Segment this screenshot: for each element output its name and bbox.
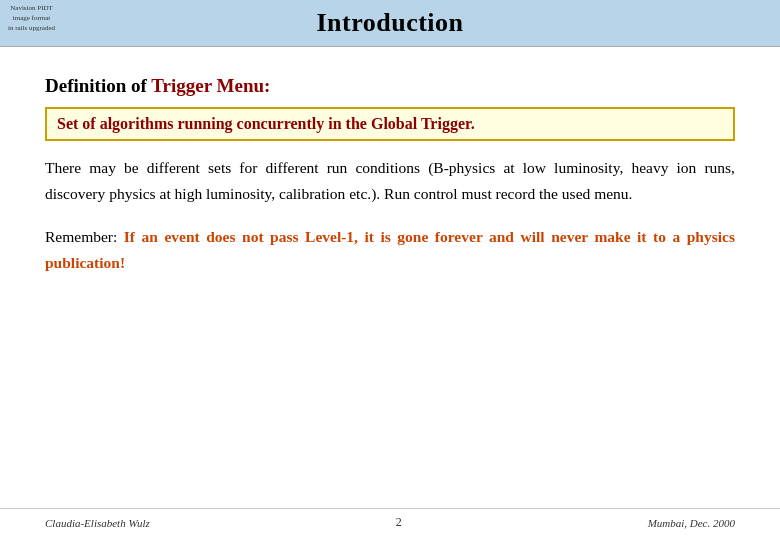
paragraph2-orange: If an event does not pass Level-1, it is… xyxy=(45,228,735,271)
definition-heading: Definition of Trigger Menu: xyxy=(45,75,735,97)
logo-line2: image format xyxy=(8,14,55,24)
paragraph1: There may be different sets for differen… xyxy=(45,155,735,206)
paragraph2-prefix: Remember: xyxy=(45,228,124,245)
logo-area: Navision PIDT image format in rails upgr… xyxy=(8,4,55,33)
paragraph2: Remember: If an event does not pass Leve… xyxy=(45,224,735,275)
header-bar: Navision PIDT image format in rails upgr… xyxy=(0,0,780,47)
logo-line3: in rails upgraded xyxy=(8,24,55,34)
main-content: Definition of Trigger Menu: Set of algor… xyxy=(0,47,780,313)
page-title: Introduction xyxy=(316,8,463,37)
footer-location-date: Mumbai, Dec. 2000 xyxy=(648,517,735,529)
logo-line1: Navision PIDT xyxy=(8,4,55,14)
footer-page-number: 2 xyxy=(396,515,402,530)
footer: Claudia-Elisabeth Wulz 2 Mumbai, Dec. 20… xyxy=(0,508,780,530)
highlight-box: Set of algorithms running concurrently i… xyxy=(45,107,735,141)
definition-highlight: Trigger Menu: xyxy=(151,75,270,96)
definition-label: Definition of xyxy=(45,75,151,96)
highlight-box-text: Set of algorithms running concurrently i… xyxy=(57,115,475,132)
footer-author: Claudia-Elisabeth Wulz xyxy=(45,517,150,529)
